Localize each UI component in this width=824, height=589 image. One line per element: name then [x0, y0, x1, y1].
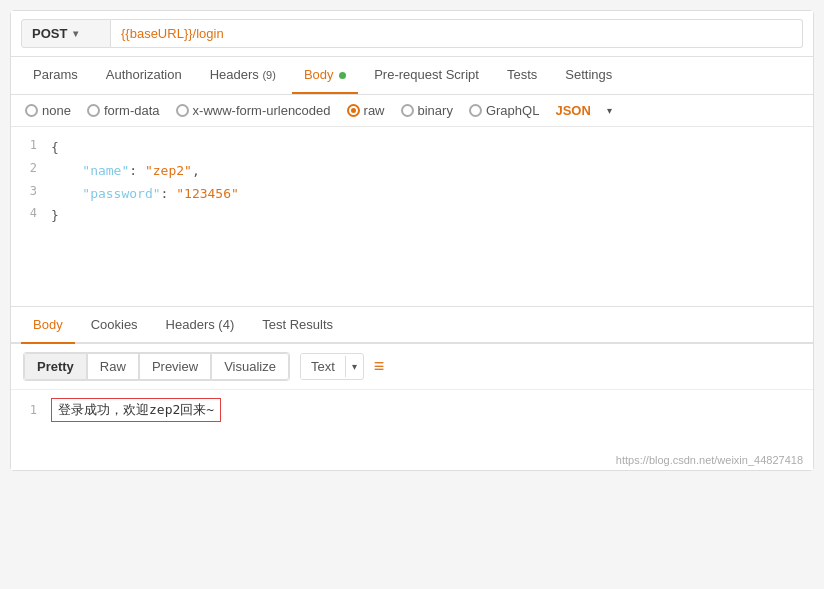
- method-select[interactable]: POST ▾: [21, 19, 111, 48]
- text-type-arrow[interactable]: ▾: [345, 356, 363, 377]
- tab-headers[interactable]: Headers (9): [198, 57, 288, 94]
- method-chevron: ▾: [73, 28, 78, 39]
- radio-urlencoded[interactable]: x-www-form-urlencoded: [176, 103, 331, 118]
- tab-settings[interactable]: Settings: [553, 57, 624, 94]
- code-line-3: 3 "password": "123456": [11, 183, 813, 206]
- wrap-icon[interactable]: ≡: [374, 356, 385, 377]
- line-num-3: 3: [11, 184, 51, 198]
- resp-line-content-1: 登录成功，欢迎zep2回来~: [51, 398, 221, 422]
- text-type-button[interactable]: Text: [301, 354, 345, 379]
- fmt-pretty[interactable]: Pretty: [24, 353, 87, 380]
- resp-tab-testresults[interactable]: Test Results: [250, 307, 345, 344]
- resp-body: 1 登录成功，欢迎zep2回来~: [11, 390, 813, 450]
- radio-formdata-circle: [87, 104, 100, 117]
- tab-prerequest[interactable]: Pre-request Script: [362, 57, 491, 94]
- fmt-raw[interactable]: Raw: [87, 353, 139, 380]
- line-num-4: 4: [11, 206, 51, 220]
- radio-none[interactable]: none: [25, 103, 71, 118]
- body-type-row: none form-data x-www-form-urlencoded raw…: [11, 95, 813, 127]
- radio-binary-circle: [401, 104, 414, 117]
- resp-tab-cookies[interactable]: Cookies: [79, 307, 150, 344]
- tab-tests[interactable]: Tests: [495, 57, 549, 94]
- fmt-visualize[interactable]: Visualize: [211, 353, 289, 380]
- line-num-1: 1: [11, 138, 51, 152]
- main-container: POST ▾ Params Authorization Headers (9) …: [10, 10, 814, 471]
- tab-body[interactable]: Body: [292, 57, 358, 94]
- body-active-dot: [339, 72, 346, 79]
- code-content-2: "name": "zep2",: [51, 161, 200, 182]
- url-bar: POST ▾: [11, 11, 813, 57]
- radio-raw-circle: [347, 104, 360, 117]
- radio-formdata[interactable]: form-data: [87, 103, 160, 118]
- json-type-arrow[interactable]: ▾: [607, 105, 612, 116]
- resp-format-row: Pretty Raw Preview Visualize Text ▾ ≡: [11, 344, 813, 390]
- code-line-1: 1 {: [11, 137, 813, 160]
- fmt-preview[interactable]: Preview: [139, 353, 211, 380]
- radio-raw[interactable]: raw: [347, 103, 385, 118]
- resp-line-num-1: 1: [11, 403, 51, 417]
- code-line-4: 4 }: [11, 205, 813, 228]
- json-type-label[interactable]: JSON: [555, 103, 590, 118]
- watermark: https://blog.csdn.net/weixin_44827418: [11, 450, 813, 470]
- code-content-4: }: [51, 206, 59, 227]
- method-label: POST: [32, 26, 67, 41]
- tab-authorization[interactable]: Authorization: [94, 57, 194, 94]
- resp-line-1: 1 登录成功，欢迎zep2回来~: [11, 398, 813, 422]
- resp-tab-body[interactable]: Body: [21, 307, 75, 344]
- resp-tab-headers[interactable]: Headers (4): [154, 307, 247, 344]
- code-content-1: {: [51, 138, 59, 159]
- text-dropdown: Text ▾: [300, 353, 364, 380]
- tab-params[interactable]: Params: [21, 57, 90, 94]
- radio-graphql-circle: [469, 104, 482, 117]
- radio-graphql[interactable]: GraphQL: [469, 103, 539, 118]
- code-editor: 1 { 2 "name": "zep2", 3 "password": "123…: [11, 127, 813, 307]
- code-content-3: "password": "123456": [51, 184, 239, 205]
- radio-urlencoded-circle: [176, 104, 189, 117]
- response-section: Body Cookies Headers (4) Test Results Pr…: [11, 307, 813, 470]
- code-line-2: 2 "name": "zep2",: [11, 160, 813, 183]
- radio-binary[interactable]: binary: [401, 103, 453, 118]
- radio-none-circle: [25, 104, 38, 117]
- response-tabs-row: Body Cookies Headers (4) Test Results: [11, 307, 813, 344]
- url-input[interactable]: [111, 19, 803, 48]
- request-tabs: Params Authorization Headers (9) Body Pr…: [11, 57, 813, 95]
- line-num-2: 2: [11, 161, 51, 175]
